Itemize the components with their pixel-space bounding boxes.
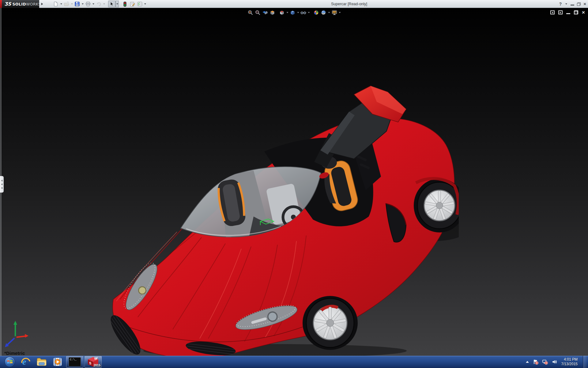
svg-text:W: W (94, 357, 98, 361)
taskbar-item-solidworks-2015[interactable]: S W 2015 (85, 356, 102, 368)
solidworks-window: ƷS SOLIDWORKS (0, 0, 588, 368)
rebuild-traffic-light-icon (123, 2, 127, 7)
hide-show-items-dropdown[interactable] (307, 9, 311, 16)
display-style-cube-icon (290, 10, 296, 15)
options-button[interactable] (136, 1, 143, 7)
brand-name-bold: SOLID (12, 2, 26, 6)
zoom-to-area-button[interactable] (254, 9, 262, 16)
internet-explorer-icon: e (21, 357, 31, 367)
save-dropdown[interactable] (81, 1, 84, 7)
triad-x-axis-arrow (25, 334, 28, 338)
close-button[interactable]: × (583, 2, 586, 6)
previous-view-button[interactable] (262, 9, 269, 16)
save-icon (75, 2, 80, 6)
taskbar: e C:\_ (0, 356, 588, 368)
print-button[interactable] (84, 1, 92, 7)
pane-next-button[interactable] (558, 10, 563, 14)
undo-button[interactable] (95, 1, 102, 7)
view-orientation-button[interactable] (278, 9, 286, 16)
rear-wheel (417, 182, 459, 229)
restore-button[interactable] (577, 2, 581, 6)
previous-view-icon (262, 10, 268, 15)
open-icon (64, 2, 69, 6)
front-wheel (306, 298, 354, 347)
minimize-button[interactable] (571, 2, 574, 6)
print-dropdown[interactable] (92, 1, 95, 7)
undo-dropdown[interactable] (102, 1, 106, 7)
system-tray: 4:01 PM 7/13/2015 (526, 356, 588, 368)
apply-scene-ball-icon (321, 10, 326, 15)
apply-scene-dropdown[interactable] (327, 9, 331, 16)
volume-icon[interactable] (552, 359, 557, 365)
main-toolbar (52, 0, 147, 8)
display-style-dropdown[interactable] (296, 9, 300, 16)
hide-show-glasses-icon (300, 10, 307, 15)
new-document-dropdown[interactable] (59, 1, 63, 7)
clock-time: 4:01 PM (561, 357, 578, 362)
select-cursor-icon (110, 2, 114, 6)
open-button[interactable] (63, 1, 70, 7)
view-settings-dropdown[interactable] (338, 9, 341, 16)
view-orientation-cube-icon (279, 10, 285, 15)
taskbar-item-file-explorer[interactable] (34, 356, 50, 368)
pane-previous-button[interactable] (550, 10, 555, 14)
rebuild-button[interactable] (121, 1, 129, 7)
reference-triad (2, 320, 29, 348)
view-orientation-label: *Dimetric (4, 351, 25, 356)
edit-appearance-button[interactable] (313, 9, 320, 16)
section-view-button[interactable] (269, 9, 276, 16)
help-button[interactable]: ? (559, 2, 562, 6)
undo-icon (96, 2, 101, 6)
file-properties-button[interactable] (129, 1, 136, 7)
new-document-icon (53, 2, 58, 6)
windows-logo-icon (7, 359, 13, 365)
titlebar: ƷS SOLIDWORKS (0, 0, 588, 8)
triad-y-axis-arrow (13, 321, 17, 325)
file-properties-icon (130, 2, 135, 6)
options-checklist-icon (137, 2, 142, 6)
options-dropdown[interactable] (143, 1, 147, 7)
command-prompt-icon: C:\_ (69, 357, 81, 366)
display-style-button[interactable] (289, 9, 296, 16)
view-orientation-dropdown[interactable] (286, 9, 289, 16)
svg-text:S: S (89, 361, 91, 365)
action-center-flag-icon[interactable] (533, 359, 538, 365)
feature-panel-collapse-handle[interactable] (0, 176, 4, 193)
brand-name-light: WORKS (26, 2, 41, 6)
solidworks-year-badge: 2015 (94, 364, 100, 367)
document-title: Supercar [Read-only] (312, 2, 386, 6)
select-tool-dropdown[interactable] (115, 1, 119, 7)
car-model[interactable] (110, 85, 459, 356)
select-tool-button[interactable] (108, 1, 115, 7)
view-settings-button[interactable] (331, 9, 338, 16)
document-restore-button[interactable] (574, 10, 578, 14)
save-button[interactable] (74, 1, 81, 7)
show-desktop-button[interactable] (583, 356, 587, 368)
print-icon (85, 2, 91, 6)
apply-scene-button[interactable] (320, 9, 327, 16)
new-document-button[interactable] (52, 1, 59, 7)
media-player-icon (53, 357, 62, 367)
open-dropdown[interactable] (70, 1, 74, 7)
view-settings-monitor-icon (331, 10, 337, 15)
section-view-icon (270, 10, 275, 15)
zoom-to-fit-button[interactable] (247, 9, 254, 16)
help-dropdown[interactable] (564, 2, 568, 6)
document-close-button[interactable]: × (582, 10, 585, 14)
taskbar-item-command-prompt[interactable]: C:\_ (66, 356, 83, 368)
hide-show-items-button[interactable] (300, 9, 307, 16)
taskbar-item-internet-explorer[interactable]: e (18, 356, 34, 368)
folder-icon (36, 357, 47, 366)
document-minimize-button[interactable] (566, 11, 570, 14)
window-controls: ? × (559, 0, 586, 8)
solidworks-logo: ƷS SOLIDWORKS (2, 0, 39, 8)
menu-flyout-arrow[interactable] (40, 1, 44, 7)
show-hidden-icons-button[interactable] (526, 361, 529, 363)
solidworks-logo-glyph: ƷS (4, 1, 11, 7)
headsup-view-toolbar (247, 9, 341, 16)
taskbar-clock[interactable]: 4:01 PM 7/13/2015 (561, 357, 579, 366)
taskbar-item-media-player[interactable] (50, 356, 66, 368)
network-error-icon[interactable] (542, 359, 548, 365)
graphics-viewport[interactable]: × (0, 8, 588, 356)
start-button[interactable] (2, 356, 18, 368)
